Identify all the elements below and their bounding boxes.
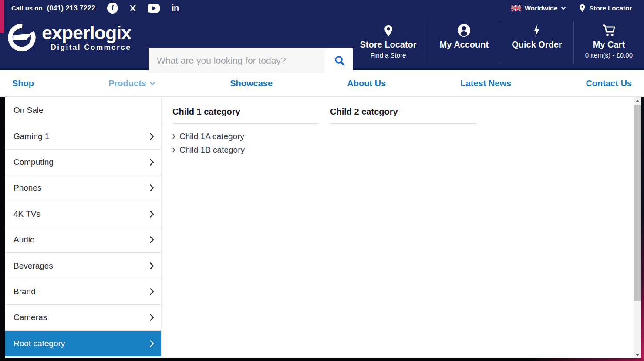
category-item-computing[interactable]: Computing [5,149,161,175]
uk-flag-icon [511,5,521,11]
region-label: Worldwide [525,4,558,12]
subcategory-link-child-1b[interactable]: Child 1B category [172,143,318,157]
chevron-right-icon [149,340,154,347]
topbar-right: Worldwide Store Locator [511,4,632,12]
products-mega-menu: On Sale Gaming 1 Computing Phones 4K TVs… [5,97,641,358]
nav-item-showcase[interactable]: Showcase [230,78,273,89]
logo-text: experlogix [42,23,131,42]
category-item-root-category[interactable]: Root category [5,330,161,356]
search-bar [149,48,353,73]
chevron-right-icon [149,236,154,244]
accent-stripe [0,0,4,33]
my-cart-action[interactable]: My Cart 0 item(s) - £0.00 [573,22,644,64]
subcategory-panel: Child 1 category Child 1A category Child… [162,97,634,358]
scrollbar-up-arrow[interactable] [634,97,641,105]
action-sub-label: Find a Store [371,51,406,59]
main-header: experlogix Digital Commerce [0,16,644,70]
subcategory-link-child-1a[interactable]: Child 1A category [172,129,318,143]
chevron-right-icon [172,134,175,139]
subcategory-title[interactable]: Child 2 category [330,107,476,124]
vertical-scrollbar[interactable] [634,97,641,358]
logo[interactable]: experlogix Digital Commerce [7,23,131,52]
logo-mark-icon [7,23,37,52]
nav-item-contact-us[interactable]: Contact Us [586,78,632,89]
map-pin-icon [384,24,393,37]
action-label: Quick Order [512,40,562,50]
search-icon [334,55,345,66]
user-icon [457,24,471,37]
quick-order-action[interactable]: Quick Order [500,22,573,64]
search-input[interactable] [149,48,326,73]
cart-icon [602,24,616,37]
category-item-on-sale[interactable]: On Sale [5,97,161,123]
nav-item-about-us[interactable]: About Us [347,78,386,89]
category-item-phones[interactable]: Phones [5,175,161,201]
chevron-right-icon [149,210,154,218]
category-item-beverages[interactable]: Beverages [5,252,161,278]
nav-item-shop[interactable]: Shop [12,78,34,89]
lightning-icon [533,24,540,37]
region-selector[interactable]: Worldwide [511,4,566,12]
chevron-down-icon [561,7,566,10]
chevron-right-icon [149,313,154,321]
store-locator-action[interactable]: Store Locator Find a Store [349,22,428,64]
category-item-4k-tvs[interactable]: 4K TVs [5,201,161,227]
category-item-audio[interactable]: Audio [5,227,161,252]
x-twitter-icon[interactable]: X [130,3,136,14]
linkedin-icon[interactable]: in [172,3,179,13]
top-utility-bar: Call us on (041) 213 7222 f X in Worldwi… [0,0,644,16]
category-item-gaming-1[interactable]: Gaming 1 [5,123,161,149]
subcategory-title[interactable]: Child 1 category [172,107,318,124]
action-label: My Cart [593,40,625,50]
chevron-right-icon [149,288,154,296]
facebook-icon[interactable]: f [107,3,118,14]
page-background-edge-left [0,97,5,358]
scrollbar-thumb[interactable] [634,105,641,301]
action-label: Store Locator [360,40,417,50]
chevron-right-icon [149,133,154,140]
header-actions: Store Locator Find a Store My Account [349,22,644,64]
map-pin-icon [579,4,586,12]
category-item-cameras[interactable]: Cameras [5,304,161,330]
call-us-label: Call us on [11,4,43,12]
phone-number-link[interactable]: (041) 213 7222 [47,4,95,12]
chevron-right-icon [149,184,154,192]
category-item-brand[interactable]: Brand [5,279,161,304]
topbar-store-locator[interactable]: Store Locator [579,4,632,12]
logo-tagline: Digital Commerce [51,43,131,52]
social-links: f X in [107,3,179,14]
cart-total: 0 item(s) - £0.00 [585,51,633,59]
primary-nav: Shop Products Showcase About Us Latest N… [0,70,644,97]
store-locator-label: Store Locator [589,4,632,12]
chevron-right-icon [172,147,175,153]
subcategory-column-child-1: Child 1 category Child 1A category Child… [172,107,318,358]
category-sidebar: On Sale Gaming 1 Computing Phones 4K TVs… [5,97,162,358]
action-label: My Account [440,40,489,50]
nav-item-products[interactable]: Products [108,78,155,89]
chevron-down-icon [149,82,155,85]
nav-item-latest-news[interactable]: Latest News [460,78,511,89]
scrollbar-down-arrow[interactable] [634,351,641,358]
subcategory-column-child-2: Child 2 category [330,107,476,358]
chevron-right-icon [149,262,154,270]
youtube-icon[interactable] [148,4,160,13]
chevron-right-icon [149,158,154,166]
my-account-action[interactable]: My Account [428,22,500,64]
page-background-edge-right [641,97,644,358]
page-background-edge-bottom [0,358,644,361]
page: Call us on (041) 213 7222 f X in Worldwi… [0,0,644,361]
